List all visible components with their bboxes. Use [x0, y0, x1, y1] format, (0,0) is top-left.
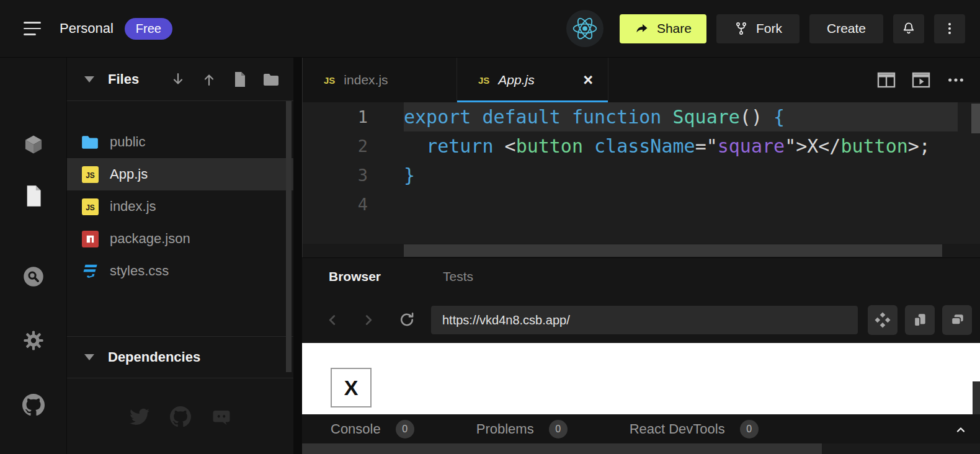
settings-gear-icon[interactable]	[21, 328, 46, 353]
topbar-actions: Share Fork Create	[566, 10, 965, 47]
download-icon[interactable]	[169, 71, 187, 88]
search-icon[interactable]	[21, 264, 46, 289]
editor: JS index.js JS App.js × 1export defau	[302, 58, 980, 257]
js-file-icon: JS	[478, 75, 489, 86]
console-tab-label: React DevTools	[630, 421, 725, 437]
more-options-icon[interactable]	[947, 71, 965, 89]
line-number: 1	[303, 102, 368, 131]
chevron-down-icon	[84, 354, 94, 360]
github-icon[interactable]	[21, 393, 46, 417]
menu-icon[interactable]	[24, 22, 42, 35]
npm-file-icon	[81, 229, 99, 248]
console-tab-problems[interactable]: Problems0	[476, 420, 568, 438]
square-button[interactable]: X	[331, 368, 372, 407]
file-row-public[interactable]: public	[67, 126, 293, 158]
js-file-icon: JS	[81, 165, 99, 184]
react-logo-icon	[566, 10, 604, 47]
bottom-scrollbar-track	[302, 443, 980, 454]
kebab-menu-icon	[942, 21, 957, 36]
responsive-devices-icon[interactable]	[905, 305, 935, 335]
editor-tabbar: JS index.js JS App.js ×	[303, 58, 980, 102]
tab-tests[interactable]: Tests	[443, 269, 473, 284]
dependencies-title: Dependencies	[108, 349, 200, 365]
new-folder-icon[interactable]	[262, 71, 280, 88]
github-icon[interactable]	[170, 406, 191, 427]
console-tab-label: Console	[331, 421, 381, 437]
code-line-4[interactable]: 4	[303, 190, 980, 219]
create-button[interactable]: Create	[809, 14, 883, 43]
files-panel-title: Files	[108, 71, 139, 87]
plan-badge: Free	[125, 18, 172, 40]
social-links	[67, 406, 293, 427]
panel-resizer[interactable]	[293, 58, 302, 454]
more-menu-button[interactable]	[934, 14, 965, 43]
code-text	[404, 190, 958, 219]
line-number: 2	[303, 131, 368, 161]
count-badge: 0	[549, 420, 568, 438]
js-file-icon: JS	[324, 75, 335, 86]
tab-app-js[interactable]: JS App.js ×	[457, 58, 608, 102]
preview-scrollbar[interactable]	[973, 381, 980, 414]
bell-icon	[901, 20, 917, 37]
files-icon[interactable]	[21, 184, 46, 208]
fork-icon	[734, 21, 749, 36]
twitter-icon[interactable]	[129, 406, 150, 427]
folder-file-icon	[81, 133, 99, 151]
line-number: 4	[303, 190, 368, 219]
split-view-icon[interactable]	[877, 71, 896, 89]
node-graph-icon[interactable]	[868, 305, 898, 335]
dependencies-header[interactable]: Dependencies	[67, 336, 293, 378]
url-input[interactable]	[442, 313, 847, 327]
count-badge: 0	[396, 420, 414, 438]
tab-index-js[interactable]: JS index.js	[303, 58, 457, 102]
close-tab-icon[interactable]: ×	[583, 72, 593, 89]
code-line-2[interactable]: 2 return <button className="square">X</b…	[303, 131, 980, 161]
file-row-package.json[interactable]: package.json	[67, 223, 293, 255]
file-row-styles.css[interactable]: styles.css	[67, 255, 293, 287]
browser-tabs: Browser Tests	[302, 258, 980, 295]
browser-panel: Browser Tests	[302, 257, 980, 343]
browser-preview: X	[302, 343, 980, 414]
svg-text:JS: JS	[86, 203, 95, 212]
files-panel: Files publicJSApp.jsJSindex.jspackage.js…	[66, 58, 293, 454]
console-tab-console[interactable]: Console0	[331, 420, 414, 438]
code-line-3[interactable]: 3}	[303, 161, 980, 190]
js-file-icon: JS	[81, 197, 99, 216]
tab-browser[interactable]: Browser	[329, 269, 381, 284]
preview-window-icon[interactable]	[912, 71, 930, 89]
workspace-name[interactable]: Personal	[60, 20, 114, 37]
file-name: package.json	[110, 231, 190, 247]
new-file-icon[interactable]	[231, 71, 249, 88]
refresh-icon[interactable]	[395, 308, 419, 332]
files-scrollbar[interactable]	[286, 101, 292, 372]
editor-vertical-scrollbar[interactable]	[971, 104, 980, 133]
chevron-up-icon[interactable]	[950, 419, 971, 440]
sandbox-icon[interactable]	[21, 132, 46, 157]
css-file-icon	[81, 262, 99, 280]
code-text: }	[404, 161, 958, 190]
console-tab-react-devtools[interactable]: React DevTools0	[630, 420, 759, 438]
share-arrow-icon	[635, 21, 649, 36]
url-bar[interactable]	[431, 306, 858, 334]
open-in-new-window-icon[interactable]	[942, 305, 972, 335]
code-line-1[interactable]: 1export default function Square() {	[303, 102, 980, 131]
editor-horizontal-scrollbar[interactable]	[404, 244, 942, 257]
back-icon[interactable]	[321, 308, 344, 332]
notifications-button[interactable]	[893, 14, 924, 43]
topbar: Personal Free Share	[0, 0, 980, 58]
code-editor[interactable]: 1export default function Square() {2 ret…	[303, 102, 980, 244]
fork-button[interactable]: Fork	[716, 14, 800, 43]
bottom-scrollbar[interactable]	[302, 443, 822, 454]
file-row-index.js[interactable]: JSindex.js	[67, 190, 293, 223]
discord-icon[interactable]	[211, 406, 232, 427]
editor-toolbar	[877, 58, 980, 102]
file-row-App.js[interactable]: JSApp.js	[67, 158, 293, 190]
file-name: styles.css	[110, 263, 169, 279]
chevron-down-icon[interactable]	[84, 76, 94, 82]
file-name: App.js	[110, 166, 148, 182]
forward-icon[interactable]	[357, 308, 380, 332]
share-button[interactable]: Share	[620, 14, 706, 43]
files-header: Files	[67, 58, 293, 101]
activity-rail	[0, 58, 66, 454]
upload-icon[interactable]	[200, 71, 218, 88]
